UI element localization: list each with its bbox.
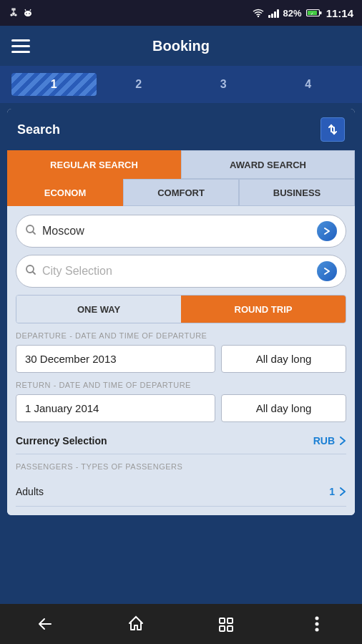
svg-point-4 <box>29 13 30 14</box>
page-title: Booking <box>152 38 210 54</box>
business-tab[interactable]: BUSINESS <box>239 179 355 206</box>
origin-arrow-button[interactable] <box>317 221 337 241</box>
trip-type-tabs: ONE WAY ROUND TRIP <box>16 295 346 323</box>
wifi-icon <box>253 9 264 17</box>
recents-button[interactable] <box>210 608 242 640</box>
more-icon <box>315 615 319 633</box>
step-1[interactable]: 1 <box>11 73 97 96</box>
swap-button[interactable] <box>321 117 345 142</box>
origin-input-wrap[interactable]: Moscow <box>16 215 346 248</box>
svg-line-11 <box>33 232 36 235</box>
signal-icon <box>268 8 279 18</box>
status-right-icons: 82% ✓ 11:14 <box>253 7 353 19</box>
more-button[interactable] <box>301 608 333 640</box>
step-4[interactable]: 4 <box>266 73 351 96</box>
home-icon <box>127 615 145 633</box>
adults-count-selector[interactable]: 1 <box>329 486 346 497</box>
award-search-tab[interactable]: AWARD SEARCH <box>181 150 355 179</box>
status-left-icons <box>9 8 33 18</box>
return-label: RETURN - DATE AND TIME OF DEPARTURE <box>16 380 346 390</box>
svg-text:✓: ✓ <box>310 11 313 16</box>
class-tabs: ECONOM COMFORT BUSINESS <box>7 179 355 206</box>
search-section-title: Search <box>17 122 60 137</box>
swap-icon <box>326 123 339 136</box>
search-type-tabs: REGULAR SEARCH AWARD SEARCH <box>7 150 355 179</box>
svg-point-20 <box>315 628 318 632</box>
svg-point-0 <box>24 11 31 16</box>
passengers-label: PASSENGERS - TYPES OF PASSENGERS <box>16 462 346 472</box>
adults-count-value: 1 <box>329 486 335 497</box>
svg-line-1 <box>25 9 26 11</box>
svg-point-18 <box>315 617 318 620</box>
progress-steps: 1 2 3 4 <box>0 66 362 103</box>
currency-value-text: RUB <box>313 435 335 447</box>
one-way-tab[interactable]: ONE WAY <box>16 296 181 323</box>
usb-icon <box>9 8 19 18</box>
top-navigation: Booking <box>0 26 362 66</box>
home-button[interactable] <box>120 608 152 640</box>
step-2[interactable]: 2 <box>97 73 182 96</box>
currency-chevron-icon <box>339 435 346 447</box>
status-bar: 82% ✓ 11:14 <box>0 0 362 26</box>
svg-point-5 <box>257 16 258 17</box>
time-display: 11:14 <box>326 7 353 19</box>
svg-point-19 <box>315 623 318 626</box>
round-trip-tab[interactable]: ROUND TRIP <box>181 296 346 323</box>
destination-placeholder: City Selection <box>42 265 317 278</box>
svg-rect-14 <box>220 618 225 623</box>
back-arrow-icon <box>36 615 54 633</box>
svg-rect-8 <box>320 11 322 14</box>
currency-label: Currency Selection <box>16 435 107 447</box>
departure-date-field[interactable]: 30 December 2013 <box>16 345 215 373</box>
currency-row: Currency Selection RUB <box>16 425 346 454</box>
adults-row: Adults 1 <box>16 477 346 507</box>
adults-chevron-icon <box>339 486 346 497</box>
return-date-field[interactable]: 1 January 2014 <box>16 394 215 422</box>
departure-row: 30 December 2013 All day long <box>16 345 346 373</box>
recents-icon <box>217 615 235 633</box>
departure-label: DEPARTURE - DATE AND TIME OF DEPARTURE <box>16 331 346 341</box>
form-area: Moscow City Selection <box>7 206 355 515</box>
regular-search-tab[interactable]: REGULAR SEARCH <box>7 150 181 179</box>
departure-time-field[interactable]: All day long <box>221 345 346 373</box>
econom-tab[interactable]: ECONOM <box>7 179 123 206</box>
svg-rect-15 <box>228 618 233 623</box>
return-time-field[interactable]: All day long <box>221 394 346 422</box>
comfort-tab[interactable]: COMFORT <box>123 179 239 206</box>
menu-button[interactable] <box>11 39 30 53</box>
back-button[interactable] <box>29 608 61 640</box>
search-icon-destination <box>25 264 36 278</box>
battery-icon: ✓ <box>306 9 322 17</box>
svg-line-13 <box>33 272 36 275</box>
svg-rect-16 <box>220 626 225 631</box>
battery-level: 82% <box>283 8 302 19</box>
android-icon <box>23 8 33 18</box>
destination-input-wrap[interactable]: City Selection <box>16 255 346 288</box>
currency-selector[interactable]: RUB <box>313 435 346 447</box>
main-content: Search REGULAR SEARCH AWARD SEARCH ECONO… <box>7 109 355 515</box>
bottom-navigation <box>0 604 362 644</box>
search-header: Search <box>7 109 355 150</box>
svg-point-3 <box>26 13 27 14</box>
destination-arrow-button[interactable] <box>317 261 337 281</box>
step-3[interactable]: 3 <box>181 73 266 96</box>
adults-label: Adults <box>16 486 44 497</box>
return-row: 1 January 2014 All day long <box>16 394 346 422</box>
svg-rect-17 <box>228 626 233 631</box>
search-icon-origin <box>25 224 36 238</box>
svg-line-2 <box>30 9 31 11</box>
origin-value: Moscow <box>42 225 317 238</box>
passengers-section: PASSENGERS - TYPES OF PASSENGERS Adults … <box>16 454 346 507</box>
